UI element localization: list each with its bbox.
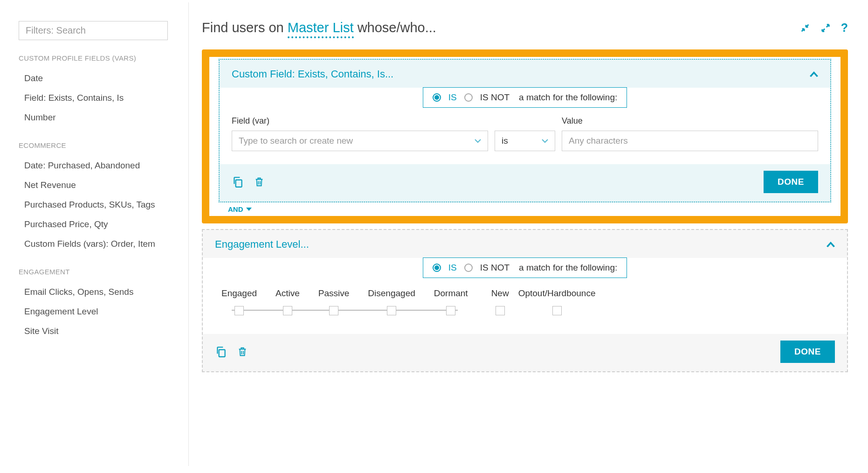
done-button[interactable]: DONE <box>780 341 835 363</box>
value-placeholder: Any characters <box>569 136 628 146</box>
collapse-card-icon[interactable] <box>827 242 835 247</box>
criteria-custom-field: Custom Field: Exists, Contains, Is... IS… <box>219 59 831 202</box>
level-label: Optout/Hardbounce <box>518 288 596 299</box>
sidebar-item-date-purchased[interactable]: Date: Purchased, Abandoned <box>19 156 173 175</box>
radio-is-not-label: IS NOT <box>480 263 510 273</box>
level-optout: Optout/Hardbounce <box>518 288 596 315</box>
engagement-levels-row: Engaged Active Passive Disengaged Dorman… <box>203 286 847 334</box>
headline-suffix: whose/who... <box>354 20 436 35</box>
level-active: Active <box>276 288 300 315</box>
trash-icon[interactable] <box>237 346 248 358</box>
field-var-placeholder: Type to search or create new <box>239 136 353 146</box>
card-header: Custom Field: Exists, Contains, Is... <box>220 60 830 88</box>
level-checkbox[interactable] <box>234 306 244 315</box>
highlighted-criteria: Custom Field: Exists, Contains, Is... IS… <box>202 49 848 223</box>
section-label-custom-profile: CUSTOM PROFILE FIELDS (VARS) <box>19 54 173 62</box>
sidebar-item-site-visit[interactable]: Site Visit <box>19 321 173 341</box>
operator-col: is <box>495 116 555 151</box>
level-checkbox[interactable] <box>446 306 455 315</box>
filters-search-input[interactable] <box>26 25 161 36</box>
collapse-card-icon[interactable] <box>810 71 818 77</box>
page-title: Find users on Master List whose/who... <box>202 20 436 35</box>
card-footer-actions <box>232 176 264 188</box>
level-dormant: Dormant <box>434 288 468 315</box>
sidebar-item-date[interactable]: Date <box>19 69 173 88</box>
radio-is-not[interactable] <box>464 264 473 272</box>
sidebar-item-purchased-products[interactable]: Purchased Products, SKUs, Tags <box>19 195 173 215</box>
level-checkbox[interactable] <box>329 306 338 315</box>
card-body: IS IS NOT a match for the following: Eng… <box>203 258 847 334</box>
card-footer: DONE <box>203 334 847 371</box>
value-col: Value Any characters <box>562 116 818 151</box>
criteria-engagement-level: Engagement Level... IS IS NOT a match fo… <box>202 229 848 372</box>
copy-icon[interactable] <box>215 346 227 358</box>
field-var-combo[interactable]: Type to search or create new <box>232 131 488 151</box>
card-footer: DONE <box>220 164 830 202</box>
match-text: a match for the following: <box>519 263 617 273</box>
and-label: AND <box>228 205 243 213</box>
app-root: CUSTOM PROFILE FIELDS (VARS) Date Field:… <box>0 0 868 473</box>
svg-rect-0 <box>236 180 242 187</box>
card-header: Engagement Level... <box>203 230 847 258</box>
expand-icon[interactable] <box>820 23 831 33</box>
level-new: New <box>491 288 509 315</box>
radio-is-not-label: IS NOT <box>480 92 510 103</box>
radio-is-label: IS <box>448 263 457 273</box>
sidebar-item-net-revenue[interactable]: Net Revenue <box>19 175 173 195</box>
match-row: IS IS NOT a match for the following: <box>203 258 847 286</box>
trash-icon[interactable] <box>254 176 264 188</box>
sidebar-item-number[interactable]: Number <box>19 108 173 127</box>
is-isnot-toggle: IS IS NOT a match for the following: <box>423 257 627 278</box>
sidebar-item-email-clicks[interactable]: Email Clicks, Opens, Sends <box>19 282 173 302</box>
radio-is[interactable] <box>433 93 441 102</box>
section-label-ecommerce: ECOMMERCE <box>19 141 173 149</box>
sidebar-item-field-exists[interactable]: Field: Exists, Contains, Is <box>19 88 173 108</box>
search-field-wrap[interactable] <box>19 21 168 40</box>
operator-combo[interactable]: is <box>495 131 555 151</box>
headline-row: Find users on Master List whose/who... ? <box>202 20 848 35</box>
collapse-icon[interactable] <box>800 23 810 33</box>
field-var-label: Field (var) <box>232 116 488 126</box>
card-body: IS IS NOT a match for the following: Fie… <box>220 88 830 164</box>
value-label: Value <box>562 116 818 126</box>
chevron-down-icon <box>246 208 252 211</box>
level-checkbox[interactable] <box>283 306 292 315</box>
level-checkbox[interactable] <box>552 306 562 315</box>
radio-is[interactable] <box>433 264 441 272</box>
card-title-custom-field: Custom Field: Exists, Contains, Is... <box>232 68 393 80</box>
operator-value: is <box>502 136 508 146</box>
done-button[interactable]: DONE <box>764 171 818 193</box>
level-label: Passive <box>318 288 350 299</box>
audience-builder-main: Find users on Master List whose/who... ?… <box>189 2 861 466</box>
sidebar-item-purchased-price[interactable]: Purchased Price, Qty <box>19 215 173 234</box>
and-connector[interactable]: AND <box>219 202 831 215</box>
sidebar-item-custom-fields-order[interactable]: Custom Fields (vars): Order, Item <box>19 234 173 254</box>
chevron-down-icon <box>475 139 481 143</box>
sidebar-item-engagement-level[interactable]: Engagement Level <box>19 302 173 321</box>
field-var-col: Field (var) Type to search or create new <box>232 116 488 151</box>
master-list-link[interactable]: Master List <box>288 20 354 38</box>
level-label: Active <box>276 288 300 299</box>
level-passive: Passive <box>318 288 350 315</box>
chevron-down-icon <box>542 139 548 143</box>
engagement-scale: Engaged Active Passive Disengaged Dorman… <box>221 288 468 315</box>
match-text: a match for the following: <box>519 92 617 103</box>
card-footer-actions <box>215 346 248 358</box>
headline-prefix: Find users on <box>202 20 288 35</box>
radio-is-label: IS <box>448 92 457 103</box>
radio-is-not[interactable] <box>464 93 473 102</box>
level-label: New <box>491 288 509 299</box>
level-checkbox[interactable] <box>387 306 396 315</box>
copy-icon[interactable] <box>232 176 244 188</box>
field-form-row: Field (var) Type to search or create new <box>220 116 830 164</box>
header-actions: ? <box>800 21 848 35</box>
level-checkbox[interactable] <box>496 306 505 315</box>
match-row: IS IS NOT a match for the following: <box>220 88 830 116</box>
value-input[interactable]: Any characters <box>562 131 818 151</box>
help-icon[interactable]: ? <box>841 21 848 35</box>
svg-rect-1 <box>219 350 225 357</box>
level-engaged: Engaged <box>221 288 257 315</box>
level-label: Disengaged <box>368 288 415 299</box>
card-title-engagement: Engagement Level... <box>215 238 309 250</box>
filters-sidebar: CUSTOM PROFILE FIELDS (VARS) Date Field:… <box>7 2 189 466</box>
